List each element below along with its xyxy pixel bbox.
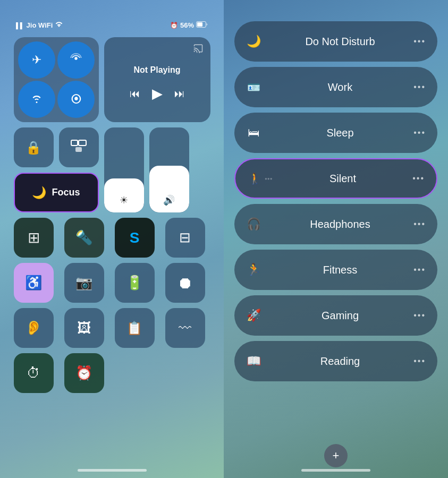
wifi-icon xyxy=(55,21,63,29)
home-indicator-right xyxy=(301,469,370,472)
focus-item-reading[interactable]: 📖 Reading ••• xyxy=(234,341,437,381)
focus-item-silent[interactable]: 🚶 ●●● Silent ••• xyxy=(234,158,437,199)
dnd-label: Do Not Disturb xyxy=(269,36,411,48)
screen-lock-button[interactable]: 🔒 xyxy=(14,127,54,167)
svg-rect-5 xyxy=(75,147,82,152)
media-controls: ⏮ ▶ ⏭ xyxy=(130,86,185,102)
focus-button[interactable]: 🌙 Focus xyxy=(14,173,99,212)
plus-icon: + xyxy=(333,449,340,463)
dnd-icon: 🌙 xyxy=(246,35,261,48)
volume-slider[interactable]: 🔊 xyxy=(149,127,189,212)
camera-icon: 📷 xyxy=(75,275,92,291)
reading-dots[interactable]: ••• xyxy=(413,356,426,366)
icon-grid: ⊞ 🔦 S ⊟ ♿ 📷 🔋 ⏺ 👂 xyxy=(14,218,210,393)
sleep-dots[interactable]: ••• xyxy=(413,128,426,138)
ear-icon: 👂 xyxy=(25,320,42,336)
work-dots[interactable]: ••• xyxy=(413,82,426,92)
alarm-widget-icon: ⏰ xyxy=(75,365,92,381)
screen-mirror-button[interactable] xyxy=(59,127,99,167)
home-indicator-left xyxy=(78,469,147,472)
notes-add-button[interactable]: 📋 xyxy=(115,308,155,348)
svg-rect-1 xyxy=(197,22,202,27)
add-focus-button[interactable]: + xyxy=(324,444,348,467)
hotspot-icon xyxy=(70,53,82,67)
headphones-dots[interactable]: ••• xyxy=(413,219,426,229)
cast-icon[interactable] xyxy=(193,44,203,55)
sound-recognition-button[interactable]: 👂 xyxy=(14,308,54,348)
next-button[interactable]: ⏭ xyxy=(174,88,185,100)
record-button[interactable]: ⏺ xyxy=(165,263,205,303)
camera-button[interactable]: 📷 xyxy=(64,263,104,303)
silent-dots[interactable]: ••• xyxy=(412,174,425,183)
airplane-icon: ✈ xyxy=(32,53,41,67)
brightness-slider[interactable]: ☀ xyxy=(104,127,144,212)
work-label: Work xyxy=(269,81,411,93)
bluetooth-button[interactable]: ⦿ xyxy=(57,81,95,118)
cc-mid-row: 🔒 🌙 Focus xyxy=(14,127,210,212)
status-left: ▌▌ Jio WiFi xyxy=(16,21,63,29)
flashlight-icon: 🔦 xyxy=(75,229,92,246)
headphones-label: Headphones xyxy=(269,218,411,231)
wifi-btn-icon xyxy=(31,92,43,106)
play-button[interactable]: ▶ xyxy=(152,86,163,102)
silent-label: Silent xyxy=(276,173,410,185)
sliders-row: ☀ 🔊 xyxy=(104,127,189,212)
voice-memos-button[interactable]: 〰 xyxy=(165,308,205,348)
sleep-icon: 🛏 xyxy=(246,126,261,140)
alarm-button[interactable]: ⏰ xyxy=(64,353,104,393)
gaming-dots[interactable]: ••• xyxy=(413,311,426,320)
fitness-icon: 🏃 xyxy=(246,263,261,277)
focus-item-headphones[interactable]: 🎧 Headphones ••• xyxy=(234,204,437,244)
battery-widget-icon: 🔋 xyxy=(126,275,143,291)
headphones-icon: 🎧 xyxy=(246,217,261,231)
small-tiles-row: 🔒 xyxy=(14,127,99,167)
left-panel: ▌▌ Jio WiFi ⏰ 56% xyxy=(0,0,224,478)
focus-item-do-not-disturb[interactable]: 🌙 Do Not Disturb ••• xyxy=(234,21,437,62)
volume-icon: 🔊 xyxy=(163,194,175,206)
accessibility-button[interactable]: ♿ xyxy=(14,263,54,303)
fitness-label: Fitness xyxy=(269,264,411,276)
brightness-icon: ☀ xyxy=(120,194,128,206)
cc-top-row: ✈ xyxy=(14,37,210,122)
focus-item-work[interactable]: 🪪 Work ••• xyxy=(234,67,437,107)
status-bar: ▌▌ Jio WiFi ⏰ 56% xyxy=(11,21,213,29)
calculator-icon: ⊞ xyxy=(28,229,40,246)
svg-point-2 xyxy=(74,57,78,60)
dnd-dots[interactable]: ••• xyxy=(413,37,426,46)
svg-rect-4 xyxy=(79,140,86,146)
shazam-button[interactable]: S xyxy=(115,218,155,258)
focus-item-gaming[interactable]: 🚀 Gaming ••• xyxy=(234,295,437,336)
status-right: ⏰ 56% xyxy=(170,21,208,29)
focus-item-sleep[interactable]: 🛏 Sleep ••• xyxy=(234,113,437,153)
qr-icon: ⊟ xyxy=(179,229,191,246)
svg-rect-3 xyxy=(71,140,78,146)
airplane-button[interactable]: ✈ xyxy=(18,41,55,79)
control-center: ✈ xyxy=(14,37,210,393)
screen-time-button[interactable]: ⏱ xyxy=(14,353,54,393)
qr-scanner-button[interactable]: ⊟ xyxy=(165,218,205,258)
accessibility-icon: ♿ xyxy=(25,275,42,291)
bluetooth-icon: ⦿ xyxy=(71,93,81,106)
photo-icon: 🖼 xyxy=(77,320,91,336)
previous-button[interactable]: ⏮ xyxy=(130,88,140,100)
flashlight-button[interactable]: 🔦 xyxy=(64,218,104,258)
wifi-button[interactable] xyxy=(18,81,55,118)
screen-time-icon: ⏱ xyxy=(27,365,40,381)
calculator-button[interactable]: ⊞ xyxy=(14,218,54,258)
connectivity-tile[interactable]: ✈ xyxy=(14,37,99,122)
battery-icon xyxy=(196,21,208,29)
screen-mirror-icon xyxy=(71,140,87,156)
sleep-label: Sleep xyxy=(269,127,411,139)
photo-widget-button[interactable]: 🖼 xyxy=(64,308,104,348)
battery-widget-button[interactable]: 🔋 xyxy=(115,263,155,303)
media-not-playing-label: Not Playing xyxy=(133,65,180,75)
record-icon: ⏺ xyxy=(177,274,193,292)
gaming-label: Gaming xyxy=(269,310,411,322)
media-tile: Not Playing ⏮ ▶ ⏭ xyxy=(104,37,210,122)
focus-item-fitness[interactable]: 🏃 Fitness ••• xyxy=(234,250,437,290)
voice-memo-icon: 〰 xyxy=(179,321,191,336)
hotspot-button[interactable] xyxy=(57,41,95,79)
battery-label: 56% xyxy=(180,21,194,29)
fitness-dots[interactable]: ••• xyxy=(413,265,426,275)
signal-icon: ▌▌ xyxy=(16,22,24,29)
